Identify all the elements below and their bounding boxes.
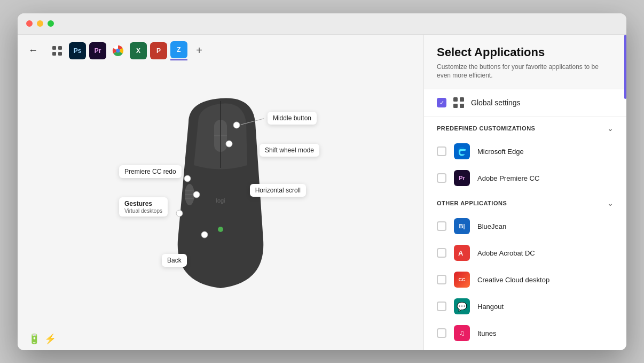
right-body[interactable]: Global settings PREDEFINED CUSTOMIZATION… [424, 89, 626, 350]
svg-rect-25 [460, 104, 464, 108]
creative-cloud-checkbox[interactable] [437, 275, 446, 284]
hangout-checkbox[interactable] [437, 302, 446, 311]
global-settings-icon [453, 97, 465, 109]
list-item[interactable]: B| BlueJean [424, 213, 626, 240]
middle-button-label: Middle button [268, 112, 317, 125]
panel-subtitle: Customize the buttons for your favorite … [437, 63, 614, 81]
edge-icon [457, 146, 467, 157]
main-window: ← [18, 13, 626, 350]
svg-text:A: A [458, 249, 464, 257]
shift-wheel-mode-label: Shift wheel mode [260, 144, 319, 157]
svg-rect-23 [460, 97, 464, 102]
predefined-section-header[interactable]: PREDEFINED CUSTOMIZATIONS ⌄ [424, 117, 626, 138]
svg-point-17 [226, 141, 232, 147]
right-panel: Select Applications Customize the button… [423, 35, 626, 350]
back-button[interactable]: ← [28, 45, 38, 56]
powerpoint-icon[interactable]: P [150, 42, 167, 59]
svg-point-20 [176, 210, 183, 217]
gestures-label: Gestures Virtual desktops [119, 197, 168, 217]
scroll-accent [624, 35, 626, 99]
mouse-area: logi [18, 67, 423, 328]
bolt-icon: ⚡ [44, 333, 56, 345]
edge-app-icon [454, 143, 470, 159]
back-label: Back [162, 254, 187, 267]
edge-checkbox[interactable] [437, 146, 446, 156]
excel-icon[interactable]: X [130, 42, 147, 59]
itunes-checkbox[interactable] [437, 328, 446, 338]
bluejean-checkbox[interactable] [437, 221, 446, 231]
svg-point-19 [184, 175, 191, 182]
app-icons-bar: Ps Pr [49, 41, 208, 60]
photoshop-icon[interactable]: Ps [69, 42, 86, 59]
acrobat-label: Adobe Acrobat DC [477, 249, 535, 257]
svg-point-16 [233, 122, 240, 128]
hangout-app-icon: 💬 [454, 298, 470, 314]
premiere-cc-label: Adobe Premiere CC [477, 174, 539, 182]
itunes-app-icon: ♫ [454, 325, 470, 341]
creative-cloud-app-icon: CC [454, 272, 470, 288]
svg-text:logi: logi [216, 197, 225, 204]
all-apps-icon[interactable] [49, 42, 66, 59]
svg-point-18 [193, 191, 200, 198]
bluejean-app-icon: B| [454, 218, 470, 234]
other-section-header[interactable]: OTHER APPLICATIONS ⌄ [424, 191, 626, 213]
chrome-icon[interactable] [109, 42, 127, 59]
premiere-icon[interactable]: Pr [89, 42, 106, 59]
left-panel: ← [18, 35, 423, 350]
global-settings-row[interactable]: Global settings [424, 89, 626, 117]
svg-point-6 [116, 49, 120, 52]
svg-rect-1 [58, 46, 62, 50]
list-item[interactable]: t Twitch [424, 346, 626, 350]
svg-rect-3 [58, 52, 62, 56]
main-content: ← [18, 35, 626, 350]
titlebar [18, 13, 626, 35]
other-section-title: OTHER APPLICATIONS [437, 200, 507, 206]
svg-rect-22 [453, 97, 458, 102]
premiere-cc-redo-label: Premiere CC redo [119, 165, 182, 178]
maximize-button[interactable] [48, 20, 54, 27]
global-settings-checkbox[interactable] [437, 98, 446, 107]
premiere-cc-icon: Pr [454, 170, 470, 186]
status-bar: 🔋 ⚡ [18, 328, 423, 350]
active-tab-underline [170, 59, 187, 60]
list-item[interactable]: A Adobe Acrobat DC [424, 240, 626, 266]
minimize-button[interactable] [37, 20, 43, 27]
other-chevron-icon[interactable]: ⌄ [607, 199, 614, 207]
list-item[interactable]: Microsoft Edge [424, 138, 626, 165]
list-item[interactable]: 💬 Hangout [424, 293, 626, 320]
list-item[interactable]: Pr Adobe Premiere CC [424, 165, 626, 191]
battery-icon: 🔋 [28, 333, 40, 345]
right-header: Select Applications Customize the button… [424, 35, 626, 90]
svg-point-14 [218, 227, 223, 232]
creative-cloud-label: Creative Cloud desktop [477, 276, 549, 284]
list-item[interactable]: ♫ Itunes [424, 320, 626, 346]
predefined-section-title: PREDEFINED CUSTOMIZATIONS [437, 125, 535, 132]
svg-rect-24 [453, 104, 458, 108]
horizontal-scroll-label: Horizontal scroll [250, 184, 306, 197]
svg-rect-2 [52, 52, 56, 56]
acrobat-checkbox[interactable] [437, 248, 446, 258]
svg-point-21 [201, 231, 208, 238]
hangout-label: Hangout [477, 303, 504, 311]
edge-label: Microsoft Edge [477, 148, 524, 156]
zoom-icon[interactable]: Z [170, 41, 187, 58]
global-settings-label[interactable]: Global settings [471, 98, 521, 107]
add-app-button[interactable]: + [191, 42, 208, 59]
bluejean-label: BlueJean [477, 222, 506, 230]
list-item[interactable]: CC Creative Cloud desktop [424, 266, 626, 293]
panel-title: Select Applications [437, 45, 614, 59]
top-bar: ← [18, 35, 423, 67]
acrobat-icon: A [457, 248, 467, 258]
close-button[interactable] [26, 20, 33, 27]
premiere-checkbox[interactable] [437, 173, 446, 183]
acrobat-app-icon: A [454, 245, 470, 261]
svg-rect-0 [52, 46, 56, 50]
itunes-label: Itunes [477, 329, 496, 337]
predefined-chevron-icon[interactable]: ⌄ [607, 124, 614, 133]
